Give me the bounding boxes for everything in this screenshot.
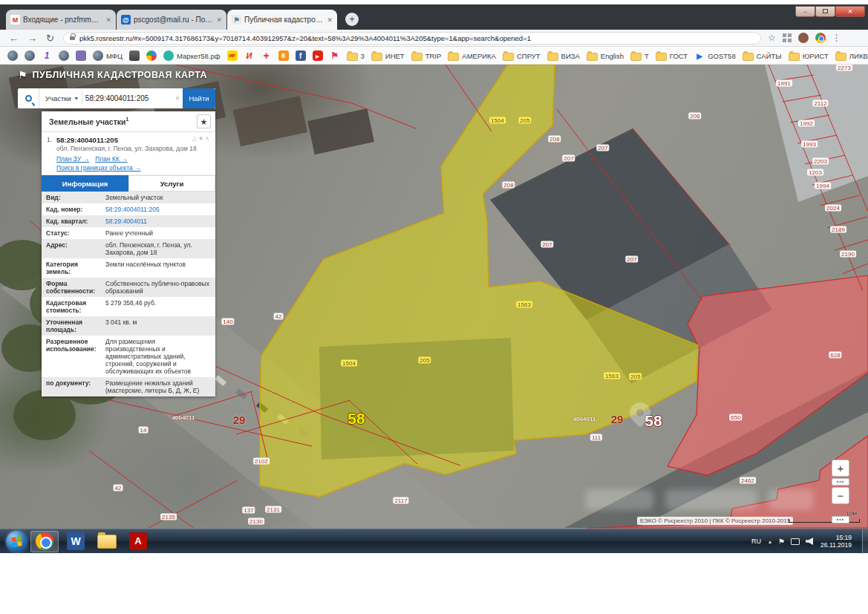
profile-avatar[interactable] [798,33,809,43]
bookmark-item[interactable] [296,50,306,61]
bookmark-star-icon[interactable]: ☆ [768,33,776,43]
bookmark-item[interactable] [278,50,289,61]
bookmark-item[interactable]: English [587,51,624,61]
result-item[interactable]: 1. △★∧ 58:29:4004011:205 обл. Пензенская… [42,132,215,175]
taskbar-explorer[interactable] [93,531,121,552]
folder-icon [411,53,422,61]
taskbar-word[interactable]: W [62,531,90,552]
clock[interactable]: 15:19 26.11.2019 [820,534,852,549]
bookmark-item[interactable]: ИНЕТ [371,51,405,61]
forward-button[interactable]: → [27,33,37,44]
field-row: Уточненная площадь:3 041 кв. м [42,316,215,336]
bookmark-item[interactable]: GOST58 [694,50,736,61]
language-indicator[interactable]: RU [751,538,761,545]
bookmark-item[interactable] [330,50,340,61]
bookmark-item[interactable]: 3 [347,51,365,61]
tab-information[interactable]: Информация [42,175,128,192]
zoom-dots-divider[interactable]: ••• [832,478,849,486]
maximize-button[interactable] [815,6,835,17]
field-value: Земельный участок [105,194,211,201]
back-button[interactable]: ← [9,33,19,44]
bookmark-item[interactable]: СПРУТ [503,51,541,61]
bookmark-item[interactable] [129,50,140,61]
mailru-favicon [121,15,131,25]
clear-search-icon[interactable]: × [175,94,180,102]
tray-expand-icon[interactable]: ▴ [769,538,771,545]
tab-close-icon[interactable]: ✕ [105,16,111,24]
bookmark-item[interactable] [76,50,86,61]
field-value[interactable]: 58:29:4004011:205 [105,206,211,213]
field-row: Статус:Ранее учтенный [42,227,215,239]
grid-icon [129,50,140,61]
result-links: План ЗУ →План КК →Поиск в границах объек… [56,155,209,172]
search-category-dropdown[interactable]: Участки [39,94,75,102]
tab-services[interactable]: Услуги [128,175,215,192]
action-center-flag-icon[interactable]: ⚑ [778,538,785,546]
yt-icon [313,50,323,61]
speaker-icon[interactable] [806,538,813,545]
new-tab-button[interactable]: + [345,13,359,26]
search-submit-button[interactable]: Найти [183,88,215,108]
bookmark-item[interactable]: ЛИКВИДАЦИЯ [835,51,868,61]
tab-close-icon[interactable]: ✕ [327,16,333,24]
bookmark-item[interactable] [244,50,255,61]
chrome-extension-icon[interactable] [815,33,826,43]
close-button[interactable]: ✕ [835,6,865,17]
result-link[interactable]: План КК → [95,155,128,163]
pink-parcel-upper[interactable] [668,275,868,475]
bookmark-item[interactable]: Маркет58.рф [163,50,220,61]
bookmark-label: ЛИКВИДАЦИЯ [849,52,868,60]
bookmark-item[interactable] [227,50,238,61]
tab-close-icon[interactable]: ✕ [216,16,222,24]
bookmark-item[interactable] [59,50,69,61]
bookmark-item[interactable]: TRIP [411,51,442,61]
bookmark-item[interactable]: МФЦ [93,50,123,61]
address-bar[interactable]: pkk5.rosreestr.ru/#x=5009174.317686173&y… [63,32,761,45]
site-title: ПУБЛИЧНАЯ КАДАСТРОВАЯ КАРТА [33,70,208,80]
box-icon [76,50,86,61]
bookmark-item[interactable]: ЮРИСТ [789,51,829,61]
minimize-button[interactable]: – [795,6,815,17]
browser-tab[interactable]: pscgost@mail.ru - Почта Mail.ru✕ [117,10,226,30]
zoom-in-button[interactable]: + [832,460,849,477]
tab-title: Публичная кадастровая карта [244,16,324,24]
bookmark-item[interactable]: Т [630,51,649,61]
browser-tab[interactable]: Входящие - pnzfmm@gmail.co✕ [6,10,116,30]
result-cadastral-number: 58:29:4004011:205 [56,136,209,144]
field-row: Категория земель:Земли населённых пункто… [42,258,215,278]
bookmark-label: English [601,52,624,60]
bookmark-item[interactable]: ВИЗА [547,51,580,61]
result-link[interactable]: План ЗУ → [56,155,89,163]
result-link[interactable]: Поиск в границах объекта → [56,164,141,172]
extension-grid-icon[interactable] [783,33,792,42]
search-input[interactable] [82,90,172,107]
taskbar-chrome[interactable] [30,531,59,552]
search-icon-box[interactable] [18,88,39,108]
bookmark-item[interactable] [25,50,35,61]
windows-flag-icon [11,536,22,547]
browser-tab[interactable]: Публичная кадастровая карта✕ [227,10,337,30]
bookmark-item[interactable] [42,50,52,61]
more-options-button[interactable]: ••• [832,516,849,523]
menu-kebab-icon[interactable]: ⋮ [832,33,841,43]
cadastral-map[interactable]: 2273199121121992199322031203199420242189… [0,65,868,529]
zoom-out-button[interactable]: − [832,487,849,504]
network-monitor-icon[interactable] [791,538,800,545]
taskbar-adobe[interactable]: A [124,531,152,552]
bookmark-item[interactable] [146,50,157,61]
field-label: Кад. квартал: [46,218,105,225]
bookmark-item[interactable] [261,50,272,61]
bookmark-item[interactable]: САЙТЫ [743,51,782,61]
favorite-star-button[interactable]: ★ [197,114,211,128]
bookmark-item[interactable] [313,50,323,61]
field-value: обл. Пензенская, г. Пенза, ул. Захарова,… [105,241,211,256]
bookmark-item[interactable]: АМЕРИКА [448,51,496,61]
show-desktop-button[interactable] [862,529,868,554]
field-value[interactable]: 58:29:4004011 [105,218,211,225]
map-search-bar: Участки ▾ × Найти [18,88,215,108]
bookmark-item[interactable]: ГОСТ [656,51,688,61]
start-button[interactable] [6,531,27,552]
bookmark-label: Маркет58.рф [177,52,220,60]
reload-button[interactable]: ↻ [46,33,54,44]
bookmark-item[interactable] [7,50,18,61]
